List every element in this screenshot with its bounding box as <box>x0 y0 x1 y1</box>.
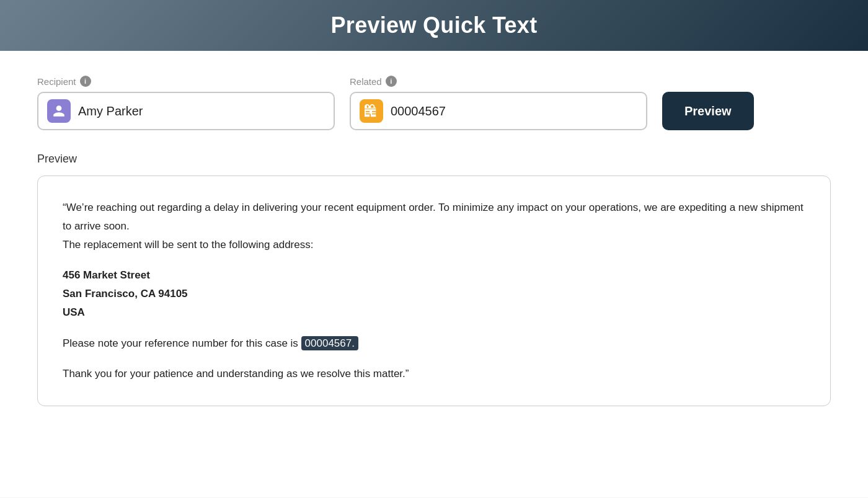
address-line3: USA <box>63 303 805 322</box>
related-info-icon[interactable]: i <box>386 76 397 87</box>
closing-line: Thank you for your patience and understa… <box>63 365 805 383</box>
related-case-icon <box>360 99 383 123</box>
recipient-info-icon[interactable]: i <box>80 76 91 87</box>
recipient-field-group: Recipient i Amy Parker <box>37 76 335 130</box>
preview-line1: “We’re reaching out regarding a delay in… <box>63 202 804 232</box>
preview-address-block: 456 Market Street San Francisco, CA 9410… <box>63 266 805 321</box>
reference-prefix: Please note your reference number for th… <box>63 337 301 349</box>
recipient-contact-icon <box>47 99 71 123</box>
related-label: Related i <box>350 76 647 87</box>
main-content: Recipient i Amy Parker Related i <box>0 51 868 497</box>
preview-line2: The replacement will be sent to the foll… <box>63 239 313 251</box>
recipient-value: Amy Parker <box>78 104 325 118</box>
related-input[interactable]: 00004567 <box>350 92 647 130</box>
related-field-group: Related i 00004567 <box>350 76 647 130</box>
fields-row: Recipient i Amy Parker Related i <box>37 76 831 130</box>
preview-box: “We’re reaching out regarding a delay in… <box>37 176 831 406</box>
reference-line: Please note your reference number for th… <box>63 334 805 353</box>
page-title: Preview Quick Text <box>25 12 843 38</box>
preview-section-label: Preview <box>37 153 831 166</box>
preview-button[interactable]: Preview <box>662 92 754 130</box>
reference-number: 00004567. <box>301 336 358 350</box>
preview-body: “We’re reaching out regarding a delay in… <box>63 198 805 383</box>
recipient-input[interactable]: Amy Parker <box>37 92 335 130</box>
address-line2: San Francisco, CA 94105 <box>63 285 805 303</box>
related-value: 00004567 <box>391 104 637 118</box>
header: Preview Quick Text <box>0 0 868 51</box>
preview-section: Preview “We’re reaching out regarding a … <box>37 153 831 406</box>
address-line1: 456 Market Street <box>63 266 805 285</box>
recipient-label: Recipient i <box>37 76 335 87</box>
